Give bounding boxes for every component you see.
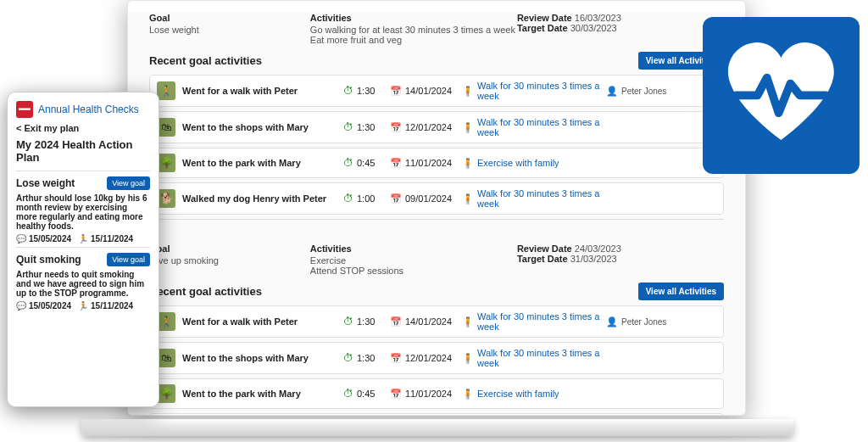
calendar-icon <box>390 193 402 204</box>
phone-goal-date2: 15/11/2024 <box>91 234 133 243</box>
person-icon <box>462 122 474 133</box>
user-icon <box>606 86 618 97</box>
activity-duration: 1:00 <box>357 193 375 204</box>
activity-thumb-icon: 🐕 <box>157 189 175 208</box>
runner-icon <box>78 301 88 311</box>
activity-link[interactable]: Walk for 30 minutes 3 times a week <box>477 348 606 368</box>
goal-label: Goal <box>149 13 310 23</box>
person-icon <box>462 86 474 97</box>
phone-goal-date1: 15/05/2024 <box>29 301 71 311</box>
activity-title: Went to the shops with Mary <box>182 122 343 132</box>
laptop-base <box>81 419 793 436</box>
calendar-icon <box>390 353 402 364</box>
goal-label: Goal <box>149 243 310 254</box>
activity-title: Went to the park with Mary <box>182 158 343 168</box>
activity-link[interactable]: Walk for 30 minutes 3 times a week <box>477 311 606 332</box>
heart-pulse-icon <box>722 36 840 154</box>
activity-row[interactable]: 🚶Went for a walk with Peter1:3014/01/202… <box>149 75 724 107</box>
phone-goal-desc: Arthur needs to quit smoking and we have… <box>16 270 150 298</box>
activity-person: Peter Jones <box>621 87 666 96</box>
activity-link[interactable]: Exercise with family <box>477 158 559 168</box>
phone-goal-date2: 15/11/2024 <box>91 301 133 311</box>
desktop-panel: GoalLose weightActivitiesGo walking for … <box>127 0 746 416</box>
activity-title: Went for a walk with Peter <box>182 86 343 96</box>
calendar-icon <box>390 389 402 400</box>
timer-icon <box>343 157 353 169</box>
activity-title: Walked my dog Henry with Peter <box>182 193 343 204</box>
activity-row[interactable]: 🌳Went to the park with Mary0:4511/01/202… <box>149 378 724 409</box>
timer-icon <box>343 85 353 97</box>
activity-thumb-icon: 🚶 <box>157 312 175 331</box>
person-icon <box>462 193 474 204</box>
activity-title: Went for a walk with Peter <box>182 316 343 327</box>
activity-row[interactable]: 🛍Went to the shops with Mary1:3012/01/20… <box>149 111 724 143</box>
timer-icon <box>343 121 353 133</box>
person-icon <box>462 158 474 169</box>
activity-text: Exercise <box>310 255 517 266</box>
target-date-label: Target Date <box>517 254 568 264</box>
activity-date: 11/01/2024 <box>405 389 452 399</box>
person-icon <box>462 353 474 364</box>
user-icon <box>606 316 618 327</box>
view-goal-button[interactable]: View goal <box>107 253 150 266</box>
timer-icon <box>343 193 353 204</box>
plan-title: My 2024 Health Action Plan <box>16 138 150 164</box>
activity-row[interactable]: 🐕Walked my dog Henry with Peter1:0009/01… <box>149 182 724 215</box>
calendar-icon <box>390 316 402 327</box>
activity-link[interactable]: Exercise with family <box>477 389 559 399</box>
target-date-value: 31/03/2023 <box>570 254 617 264</box>
activity-thumb-icon: 🚶 <box>157 81 175 100</box>
timer-icon <box>343 352 353 364</box>
activity-title: Went to the park with Mary <box>182 389 343 399</box>
activity-thumb-icon: 🛍 <box>157 349 175 367</box>
view-all-activities-button[interactable]: View all Activities <box>638 283 724 300</box>
activity-duration: 0:45 <box>357 158 375 168</box>
person-icon <box>462 316 474 327</box>
activity-link[interactable]: Walk for 30 minutes 3 times a week <box>477 117 606 137</box>
view-goal-button[interactable]: View goal <box>107 176 150 190</box>
app-logo-icon <box>16 101 33 118</box>
activity-date: 14/01/2024 <box>405 316 452 327</box>
desktop-content: GoalLose weightActivitiesGo walking for … <box>128 13 745 416</box>
activity-text: Attend STOP sessions <box>310 266 517 276</box>
goal-value: Give up smoking <box>149 255 310 266</box>
activity-duration: 1:30 <box>357 122 375 132</box>
phone-goal-date1: 15/05/2024 <box>29 234 71 243</box>
activity-duration: 1:30 <box>357 353 375 363</box>
chat-icon <box>16 234 26 243</box>
person-icon <box>462 389 474 400</box>
activity-link[interactable]: Walk for 30 minutes 3 times a week <box>477 81 606 101</box>
chat-icon <box>16 301 26 311</box>
activity-row[interactable]: 🛍Went to the shops with Mary1:3012/01/20… <box>149 342 724 374</box>
activity-row[interactable]: 🚶Went for a walk with Peter1:3014/01/202… <box>149 305 724 338</box>
calendar-icon <box>390 86 402 97</box>
activity-text: Eat more fruit and veg <box>310 35 517 45</box>
calendar-icon <box>390 158 402 169</box>
phone-goal-desc: Arthur should lose 10kg by his 6 month r… <box>16 193 150 231</box>
exit-plan-link[interactable]: < Exit my plan <box>16 123 150 133</box>
activity-row[interactable]: 🌳Went to the park with Mary0:4511/01/202… <box>149 148 724 178</box>
activity-date: 09/01/2024 <box>405 193 452 204</box>
activity-row[interactable]: 🐕Walked my dog Henry with Peter1:0009/01… <box>149 413 724 416</box>
phone-panel: Annual Health Checks < Exit my plan My 2… <box>7 92 159 407</box>
timer-icon <box>343 388 353 400</box>
activity-person: Peter Jones <box>621 317 666 327</box>
target-date-label: Target Date <box>517 23 568 33</box>
phone-goal-name: Lose weight <box>16 177 75 189</box>
review-date-value: 24/03/2023 <box>575 243 621 254</box>
runner-icon <box>78 234 88 243</box>
activity-thumb-icon: 🌳 <box>157 154 175 172</box>
review-date-label: Review Date <box>517 243 572 254</box>
activity-text: Go walking for at least 30 minutes 3 tim… <box>310 25 517 35</box>
activities-label: Activities <box>310 13 517 23</box>
timer-icon <box>343 316 353 327</box>
phone-goal-name: Quit smoking <box>16 254 81 266</box>
target-date-value: 30/03/2023 <box>570 23 617 33</box>
activity-duration: 0:45 <box>357 389 375 399</box>
recent-activities-heading: Recent goal activities <box>149 54 262 67</box>
activity-thumb-icon: 🌳 <box>157 384 175 403</box>
activity-title: Went to the shops with Mary <box>182 353 343 363</box>
review-date-value: 16/03/2023 <box>575 13 621 23</box>
app-title[interactable]: Annual Health Checks <box>38 104 139 115</box>
activity-link[interactable]: Walk for 30 minutes 3 times a week <box>477 188 606 209</box>
